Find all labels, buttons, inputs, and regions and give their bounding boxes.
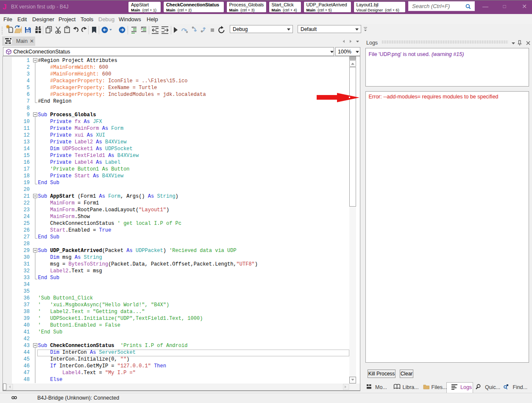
svg-text:2: 2	[141, 26, 143, 30]
